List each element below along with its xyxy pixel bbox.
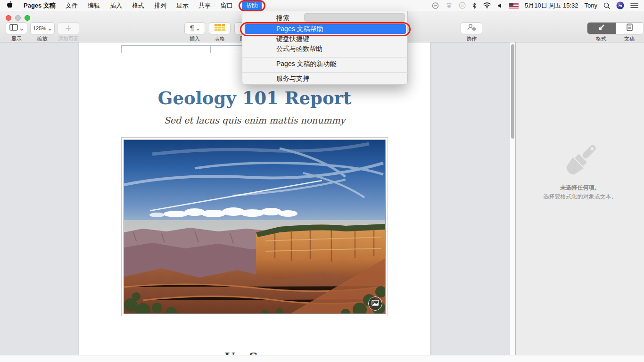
help-search-label: 搜索	[276, 14, 289, 23]
media-replace-button[interactable]	[368, 296, 382, 311]
empty-selection-subtitle: 选择要格式化的对象或文本。	[516, 193, 644, 201]
scrollbar-thumb[interactable]	[511, 44, 514, 139]
close-window-button[interactable]	[6, 15, 11, 21]
plus-icon	[65, 25, 72, 32]
bottom-status-bar	[0, 355, 644, 362]
bluetooth-icon[interactable]	[472, 2, 477, 9]
menu-share[interactable]: 共享	[198, 1, 211, 10]
menu-separator	[242, 57, 408, 58]
spotlight-icon[interactable]	[603, 2, 610, 9]
d-badge-icon[interactable]: d	[459, 2, 466, 9]
collaborate-icon	[466, 24, 477, 33]
chevron-down-icon	[48, 24, 52, 33]
partial-letter: U	[224, 350, 235, 355]
menubar-user[interactable]: Tony	[585, 2, 597, 9]
menu-window[interactable]: 窗口	[221, 1, 233, 10]
menu-file[interactable]: 文件	[66, 1, 78, 10]
document-title[interactable]: Geology 101 Report	[79, 88, 430, 108]
help-search-input[interactable]	[304, 13, 405, 22]
document-label: 文稿	[615, 35, 644, 42]
siri-icon[interactable]	[616, 1, 624, 9]
partial-letter: S	[249, 350, 258, 355]
view-button[interactable]	[6, 22, 27, 34]
vertical-scrollbar[interactable]	[510, 42, 515, 355]
partial-heading[interactable]: U S	[79, 350, 430, 355]
collaborate-button[interactable]	[461, 22, 482, 34]
canyon-figure[interactable]	[121, 137, 388, 316]
menu-separator	[242, 72, 408, 73]
zoom-select[interactable]: 125%	[30, 22, 55, 34]
chevron-down-icon	[196, 24, 200, 33]
menu-item-formulas-help[interactable]: 公式与函数帮助	[242, 44, 408, 54]
menu-insert[interactable]: 插入	[110, 1, 122, 10]
menu-item-keyboard-shortcuts[interactable]: 键盘快捷键	[242, 34, 408, 44]
document-canvas[interactable]: Geology 101 Report Sed et lacus quis eni…	[0, 42, 515, 355]
collaborate-label: 协作	[461, 35, 482, 42]
format-label: 格式	[587, 35, 615, 42]
menu-arrange[interactable]: 排列	[154, 1, 166, 10]
help-menu-dropdown: 搜索 Pages 文稿帮助 键盘快捷键 公式与函数帮助 Pages 文稿的新功能…	[242, 11, 408, 85]
document-subtitle[interactable]: Sed et lacus quis enim mattis nonummy	[79, 115, 430, 125]
view-icon	[9, 24, 18, 33]
zoom-value: 125%	[33, 25, 46, 31]
wifi-icon[interactable]	[483, 2, 491, 8]
zoom-window-button[interactable]	[25, 15, 30, 21]
us-flag-icon[interactable]	[509, 3, 519, 8]
document-icon	[627, 24, 633, 33]
menubar-clock[interactable]: 5月10日 周五 15:32	[525, 1, 578, 10]
paw-icon[interactable]	[446, 2, 453, 8]
insert-label: 插入	[184, 35, 205, 42]
inspector-segmented-control	[587, 22, 644, 34]
apple-icon[interactable]	[7, 1, 14, 10]
volume-icon[interactable]	[497, 3, 503, 8]
menu-help[interactable]: 帮助	[242, 0, 262, 11]
zoom-label: 缩放	[30, 35, 55, 42]
menu-item-pages-help[interactable]: Pages 文稿帮助	[245, 24, 406, 34]
image-placeholder-icon	[372, 299, 379, 308]
minimize-window-button[interactable]	[15, 15, 21, 21]
menu-item-whats-new[interactable]: Pages 文稿的新功能	[242, 59, 408, 69]
creative-cloud-icon[interactable]	[431, 2, 439, 9]
add-page-button[interactable]	[58, 22, 79, 34]
format-inspector-sidebar: 未选择任何项。 选择要格式化的对象或文本。	[515, 42, 644, 355]
format-button[interactable]	[587, 23, 616, 34]
chevron-down-icon	[20, 24, 24, 33]
document-button[interactable]	[616, 23, 644, 34]
empty-selection-title: 未选择任何项。	[516, 184, 644, 192]
menu-item-service-support[interactable]: 服务与支持	[242, 74, 408, 83]
app-menu-pages[interactable]: Pages 文稿	[24, 1, 56, 10]
document-page[interactable]: Geology 101 Report Sed et lacus quis eni…	[79, 42, 430, 355]
table-column-divider	[210, 46, 211, 53]
grand-canyon-photo[interactable]	[124, 140, 386, 314]
menu-format[interactable]: 格式	[132, 1, 144, 10]
menu-bar-left: Pages 文稿 文件 编辑 插入 格式 排列 显示 共享 窗口	[0, 1, 233, 10]
menu-edit[interactable]: 编辑	[88, 1, 100, 10]
view-label: 显示	[6, 35, 27, 42]
status-icons: d 5月10日 周五 15:32 Tony	[431, 1, 644, 10]
notification-center-icon[interactable]	[630, 3, 638, 8]
menu-bar: Pages 文稿 文件 编辑 插入 格式 排列 显示 共享 窗口 帮助 d	[0, 0, 644, 11]
add-page-label: 添加页面	[55, 35, 82, 42]
table-icon	[215, 24, 225, 33]
paintbrush-empty-icon	[550, 130, 610, 190]
table-button[interactable]	[209, 22, 231, 34]
svg-text:d: d	[461, 3, 463, 8]
insert-button[interactable]: ¶	[184, 22, 205, 34]
menu-view[interactable]: 显示	[176, 1, 189, 10]
pilcrow-icon: ¶	[190, 24, 194, 33]
paintbrush-icon	[598, 24, 605, 33]
table-label: 表格	[209, 35, 231, 42]
